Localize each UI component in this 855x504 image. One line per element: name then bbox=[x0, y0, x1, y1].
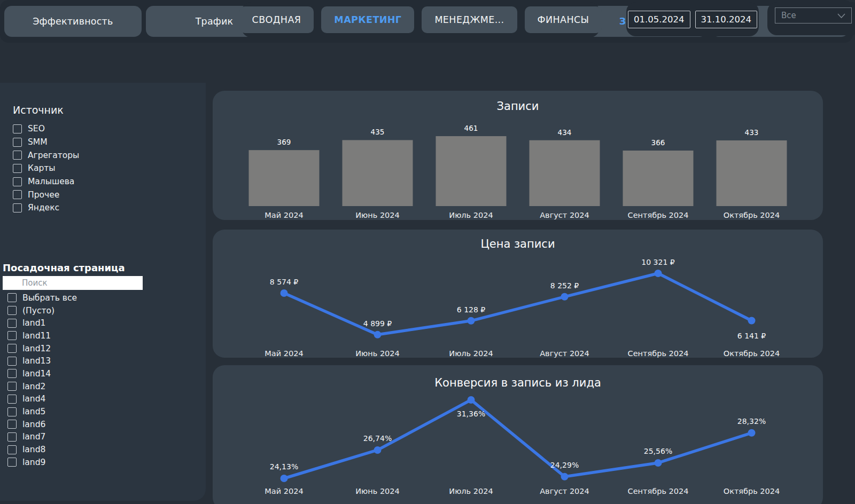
landing-option-label: land14 bbox=[22, 369, 51, 379]
source-option-4[interactable]: Карты bbox=[13, 162, 79, 175]
landing-option-10[interactable]: land5 bbox=[3, 405, 141, 418]
bar[interactable] bbox=[717, 140, 787, 206]
landing-option-7[interactable]: land14 bbox=[3, 367, 141, 380]
checkbox-icon[interactable] bbox=[7, 331, 17, 340]
source-option-5[interactable]: Малышева bbox=[13, 175, 79, 188]
value-label: 25,56% bbox=[644, 447, 672, 455]
checkbox-icon[interactable] bbox=[7, 306, 17, 315]
data-point[interactable] bbox=[561, 293, 569, 301]
value-label: 461 bbox=[464, 124, 478, 132]
data-point[interactable] bbox=[468, 396, 475, 404]
filter-dropdown[interactable]: Все bbox=[775, 7, 852, 23]
source-option-2[interactable]: SMM bbox=[13, 136, 79, 149]
data-point[interactable] bbox=[561, 473, 569, 481]
line-series bbox=[284, 273, 752, 335]
source-option-label: Яндекс bbox=[28, 203, 59, 212]
landing-option-14[interactable]: land9 bbox=[3, 456, 141, 469]
line-series bbox=[284, 400, 752, 478]
checkbox-icon[interactable] bbox=[7, 293, 17, 302]
value-label: 28,32% bbox=[737, 417, 766, 426]
checkbox-icon[interactable] bbox=[7, 382, 17, 391]
data-point[interactable] bbox=[748, 317, 756, 325]
checkbox-icon[interactable] bbox=[7, 445, 17, 454]
landing-option-11[interactable]: land6 bbox=[3, 418, 141, 431]
checkbox-icon[interactable] bbox=[7, 432, 17, 442]
checkbox-icon[interactable] bbox=[7, 420, 17, 429]
value-label: 434 bbox=[558, 128, 572, 137]
data-point[interactable] bbox=[748, 429, 756, 437]
source-option-3[interactable]: Агрегаторы bbox=[13, 148, 79, 162]
landing-option-label: land9 bbox=[22, 458, 45, 467]
source-filter-title: Источник bbox=[13, 104, 79, 116]
checkbox-icon[interactable] bbox=[7, 395, 17, 404]
report-tab-4[interactable]: ФИНАНСЫ bbox=[525, 6, 602, 33]
landing-option-2[interactable]: (Пусто) bbox=[3, 304, 141, 317]
date-to-input[interactable]: 31.10.2024 bbox=[695, 11, 757, 28]
checkbox-icon[interactable] bbox=[7, 407, 17, 416]
date-from-input[interactable]: 01.05.2024 bbox=[628, 11, 690, 28]
report-tab-3[interactable]: МЕНЕДЖМЕ... bbox=[422, 6, 517, 33]
value-label: 26,74% bbox=[363, 434, 392, 443]
source-option-6[interactable]: Прочее bbox=[13, 188, 79, 201]
landing-filter-group: Посадочная страница Выбрать все(Пусто)la… bbox=[3, 262, 141, 469]
report-tab-1[interactable]: СВОДНАЯ bbox=[239, 6, 314, 33]
chart-panel-2: Цена записи8 574 ₽4 899 ₽6 128 ₽8 252 ₽1… bbox=[213, 230, 823, 358]
chart-panel-3: Конверсия в запись из лида24,13%26,74%31… bbox=[213, 365, 823, 504]
checkbox-icon[interactable] bbox=[7, 369, 17, 378]
checkbox-icon[interactable] bbox=[13, 190, 22, 199]
bar[interactable] bbox=[436, 136, 507, 206]
report-tab-2[interactable]: МАРКЕТИНГ bbox=[321, 6, 414, 33]
checkbox-icon[interactable] bbox=[13, 203, 22, 212]
landing-option-5[interactable]: land12 bbox=[3, 342, 141, 355]
bar-chart: 369435461434366433Май 2024Июнь 2024Июль … bbox=[213, 91, 823, 220]
data-point[interactable] bbox=[655, 459, 662, 467]
bar[interactable] bbox=[249, 150, 320, 206]
x-axis-label: Август 2024 bbox=[540, 487, 589, 495]
landing-option-1[interactable]: Выбрать все bbox=[3, 292, 141, 304]
source-options-list: SEOSMMАгрегаторыКартыМалышеваПрочееЯндек… bbox=[13, 122, 79, 215]
x-axis-label: Сентябрь 2024 bbox=[628, 211, 689, 219]
checkbox-icon[interactable] bbox=[13, 138, 22, 147]
bar[interactable] bbox=[623, 151, 694, 206]
data-point[interactable] bbox=[374, 446, 382, 454]
landing-option-label: land5 bbox=[22, 407, 45, 416]
landing-option-8[interactable]: land2 bbox=[3, 380, 141, 393]
landing-option-12[interactable]: land7 bbox=[3, 431, 141, 444]
data-point[interactable] bbox=[655, 270, 662, 277]
data-point[interactable] bbox=[281, 289, 288, 297]
checkbox-icon[interactable] bbox=[13, 164, 22, 173]
bar[interactable] bbox=[343, 140, 413, 206]
landing-option-label: land8 bbox=[22, 445, 45, 454]
source-option-7[interactable]: Яндекс bbox=[13, 201, 79, 215]
landing-option-9[interactable]: land4 bbox=[3, 393, 141, 406]
x-axis-label: Июнь 2024 bbox=[355, 349, 400, 358]
checkbox-icon[interactable] bbox=[7, 458, 17, 467]
landing-option-label: land2 bbox=[22, 382, 45, 391]
landing-option-4[interactable]: land11 bbox=[3, 329, 141, 342]
landing-option-3[interactable]: land1 bbox=[3, 317, 141, 329]
data-point[interactable] bbox=[468, 317, 475, 325]
bar[interactable] bbox=[530, 140, 600, 206]
data-point[interactable] bbox=[281, 475, 288, 482]
landing-option-13[interactable]: land8 bbox=[3, 443, 141, 456]
line-chart: 8 574 ₽4 899 ₽6 128 ₽8 252 ₽10 321 ₽6 14… bbox=[213, 230, 823, 358]
source-option-1[interactable]: SEO bbox=[13, 122, 79, 136]
landing-option-6[interactable]: land13 bbox=[3, 355, 141, 367]
x-axis-label: Июнь 2024 bbox=[355, 487, 400, 495]
checkbox-icon[interactable] bbox=[7, 319, 17, 328]
landing-option-label: land11 bbox=[22, 331, 51, 341]
source-option-label: Прочее bbox=[28, 190, 59, 200]
landing-search-input[interactable] bbox=[3, 276, 143, 290]
checkbox-icon[interactable] bbox=[7, 357, 17, 366]
checkbox-icon[interactable] bbox=[13, 177, 22, 186]
value-label: 435 bbox=[371, 128, 385, 136]
data-point[interactable] bbox=[374, 331, 382, 338]
source-option-label: SEO bbox=[28, 124, 45, 133]
checkbox-icon[interactable] bbox=[13, 151, 22, 160]
checkbox-icon[interactable] bbox=[7, 344, 17, 353]
landing-option-label: land1 bbox=[22, 318, 45, 328]
filters-sidebar: Источник SEOSMMАгрегаторыКартыМалышеваПр… bbox=[0, 83, 206, 501]
section-tab-1[interactable]: Эффективность bbox=[4, 6, 142, 37]
checkbox-icon[interactable] bbox=[13, 124, 22, 133]
value-label: 6 128 ₽ bbox=[457, 305, 486, 314]
